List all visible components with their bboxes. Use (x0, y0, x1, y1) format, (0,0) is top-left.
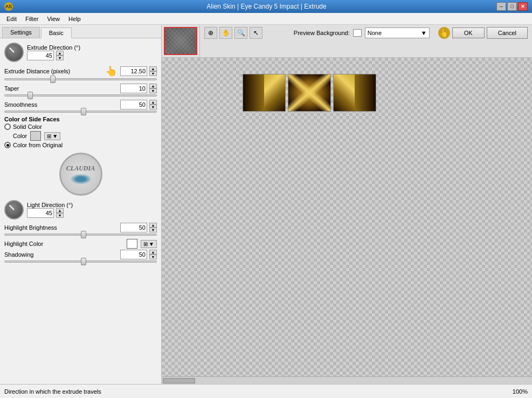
color-from-original-row[interactable]: Color from Original (4, 142, 157, 148)
thumbnail-overlay (165, 28, 196, 54)
extrude-direction-label: Extrude Direction (°) (27, 44, 80, 51)
watermark: CLAUDIA (59, 153, 102, 196)
preview-bg-dropdown[interactable]: None ▼ (365, 28, 430, 38)
color-grid-icon: ⊞ (47, 133, 51, 139)
ok-with-icon: 👆 OK (438, 27, 485, 39)
shadowing-label: Shadowing (4, 251, 117, 258)
tab-basic[interactable]: Basic (41, 28, 72, 38)
taper-thumb[interactable] (27, 92, 33, 99)
extrude-distance-spin-btns: ▲ ▼ (149, 66, 157, 76)
menu-edit[interactable]: Edit (2, 15, 21, 23)
status-message: Direction in which the extrude travels (4, 388, 101, 395)
extrude-distance-thumb[interactable] (50, 76, 56, 83)
shadowing-thumb[interactable] (81, 258, 86, 265)
preview-image-1 (243, 74, 286, 112)
horizontal-scrollbar[interactable] (162, 376, 532, 384)
highlight-brightness-input[interactable] (120, 223, 147, 232)
extrude-distance-group: Extrude Distance (pixels) 👆 ▲ ▼ (4, 65, 157, 77)
smoothness-label: Smoothness (4, 101, 117, 108)
solid-color-row[interactable]: Solid Color (4, 123, 157, 130)
smoothness-up[interactable]: ▲ (149, 100, 157, 105)
color-picker-btn[interactable]: ⊞ ▼ (44, 132, 60, 140)
highlight-brightness-spinbox: ▲ ▼ (120, 223, 157, 232)
taper-spinbox: ▲ ▼ (120, 84, 157, 93)
highlight-color-btn[interactable]: ⊞ ▼ (141, 240, 157, 248)
color-from-original-radio[interactable] (4, 142, 11, 148)
shadowing-input[interactable] (120, 250, 147, 259)
light-direction-spinbox: ▲ ▼ (27, 208, 73, 218)
zoom-in-btn[interactable]: ⊕ (204, 27, 217, 39)
action-buttons: 👆 OK Cancel (438, 27, 528, 39)
highlight-brightness-down[interactable]: ▼ (149, 228, 157, 232)
highlight-color-label: Highlight Color (4, 241, 123, 247)
highlight-color-swatch[interactable] (127, 239, 137, 249)
smoothness-slider[interactable] (4, 111, 157, 113)
extrude-direction-spinbox: ▲ ▼ (27, 51, 80, 60)
tab-settings[interactable]: Settings (2, 27, 40, 38)
title-bar: AS Alien Skin | Eye Candy 5 Impact | Ext… (0, 0, 532, 13)
preview-images (243, 74, 376, 112)
extrude-distance-up[interactable]: ▲ (149, 66, 157, 71)
highlight-color-group: Highlight Color ⊞ ▼ (4, 239, 157, 249)
menu-help[interactable]: Help (64, 15, 85, 23)
smoothness-down[interactable]: ▼ (149, 105, 157, 109)
ok-button[interactable]: OK (452, 28, 485, 38)
controls-area: Extrude Direction (°) ▲ ▼ Extrude Distan… (0, 38, 161, 384)
taper-slider[interactable] (4, 94, 157, 97)
highlight-brightness-slider[interactable] (4, 234, 157, 236)
smoothness-input[interactable] (120, 100, 147, 109)
light-direction-label: Light Direction (°) (27, 202, 73, 208)
extrude-direction-dial[interactable] (4, 43, 24, 62)
taper-down[interactable]: ▼ (149, 88, 157, 93)
pan-btn[interactable]: ✋ (219, 27, 232, 39)
highlight-brightness-spin-btns: ▲ ▼ (149, 223, 157, 232)
color-picker-row: Color ⊞ ▼ (4, 131, 157, 141)
extrude-distance-down[interactable]: ▼ (149, 71, 157, 76)
extrude-distance-slider[interactable] (4, 78, 157, 80)
color-dropdown-icon: ▼ (52, 133, 58, 139)
color-of-side-faces-label: Color of Side Faces (4, 116, 157, 122)
close-btn[interactable]: ✕ (518, 2, 528, 11)
cancel-button[interactable]: Cancel (487, 27, 528, 39)
preview-bg-group: Preview Background: None ▼ (294, 28, 430, 38)
thumbnail-area (162, 25, 200, 57)
color-swatch[interactable] (30, 131, 41, 141)
right-toolbar-area: ⊕ ✋ 🔍 ↖ Preview Background: None ▼ (200, 25, 532, 57)
shadowing-slider[interactable] (4, 260, 157, 263)
extrude-distance-spinbox: ▲ ▼ (120, 66, 157, 76)
smoothness-spinbox: ▲ ▼ (120, 100, 157, 109)
zoom-btn[interactable]: 🔍 (234, 27, 247, 39)
extrude-distance-label: Extrude Distance (pixels) (4, 68, 102, 74)
canvas-area[interactable] (162, 58, 532, 376)
light-direction-down[interactable]: ▼ (56, 213, 64, 218)
scrollbar-thumb-h[interactable] (163, 378, 195, 383)
smoothness-spin-btns: ▲ ▼ (149, 100, 157, 109)
taper-input[interactable] (120, 84, 147, 93)
shadowing-up[interactable]: ▲ (149, 250, 157, 255)
menu-view[interactable]: View (43, 15, 64, 23)
maximize-btn[interactable]: □ (507, 2, 517, 11)
light-direction-dial[interactable] (4, 200, 24, 219)
light-direction-spin-btns: ▲ ▼ (56, 208, 64, 218)
extrude-distance-cursor-icon: 👆 (105, 65, 117, 77)
solid-color-radio[interactable] (4, 123, 11, 130)
select-btn[interactable]: ↖ (250, 27, 262, 39)
extrude-distance-input[interactable] (120, 66, 147, 76)
highlight-brightness-thumb[interactable] (81, 231, 86, 238)
minimize-btn[interactable]: ─ (496, 2, 506, 11)
menu-bar: Edit Filter View Help (0, 13, 532, 25)
extrude-direction-down[interactable]: ▼ (56, 56, 64, 60)
dial-needle (9, 47, 15, 53)
taper-up[interactable]: ▲ (149, 84, 157, 88)
highlight-brightness-up[interactable]: ▲ (149, 223, 157, 228)
shadowing-down[interactable]: ▼ (149, 255, 157, 259)
extrude-direction-up[interactable]: ▲ (56, 51, 64, 56)
extrude-direction-spin-btns: ▲ ▼ (56, 51, 64, 60)
menu-filter[interactable]: Filter (21, 15, 43, 23)
light-direction-up[interactable]: ▲ (56, 208, 64, 213)
color-from-original-label: Color from Original (13, 142, 63, 148)
light-direction-input[interactable] (27, 208, 54, 218)
preview-thumbnail[interactable] (164, 27, 197, 55)
smoothness-thumb[interactable] (81, 108, 86, 115)
extrude-direction-input[interactable] (27, 51, 54, 60)
